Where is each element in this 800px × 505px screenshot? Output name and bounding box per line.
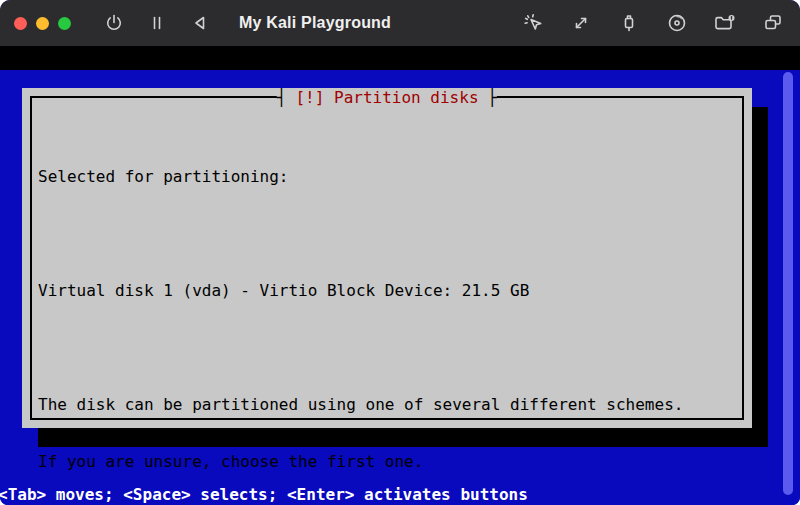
resize-icon[interactable] — [568, 10, 594, 36]
disc-icon[interactable] — [664, 10, 690, 36]
title-connector-left: ┤ — [277, 88, 287, 107]
dialog-title: ┤[!] Partition disks├ — [277, 88, 497, 107]
dialog-title-text: [!] Partition disks — [286, 88, 487, 107]
traffic-lights — [14, 17, 71, 30]
partition-disks-dialog: ┤[!] Partition disks├ Selected for parti… — [22, 88, 752, 428]
zoom-button[interactable] — [58, 17, 71, 30]
titlebar: My Kali Playground — [0, 0, 800, 46]
disk-info: Virtual disk 1 (vda) - Virtio Block Devi… — [38, 281, 740, 300]
power-icon[interactable] — [101, 10, 127, 36]
dialog-content: Selected for partitioning: Virtual disk … — [38, 129, 740, 505]
back-triangle-icon[interactable] — [187, 10, 213, 36]
usb-icon[interactable] — [616, 10, 642, 36]
shared-folder-icon[interactable] — [712, 10, 738, 36]
pause-icon[interactable] — [144, 10, 170, 36]
window-title: My Kali Playground — [239, 14, 391, 32]
vm-toolbar — [520, 10, 786, 36]
display-windows-icon[interactable] — [760, 10, 786, 36]
close-button[interactable] — [14, 17, 27, 30]
vm-window: My Kali Playground — [0, 0, 800, 505]
scrollbar-thumb[interactable] — [783, 72, 793, 495]
pointer-capture-icon[interactable] — [520, 10, 546, 36]
scheme-info-line1: The disk can be partitioned using one of… — [38, 395, 740, 414]
scheme-info-line2: If you are unsure, choose the first one. — [38, 452, 740, 471]
installer-screen: ┤[!] Partition disks├ Selected for parti… — [0, 70, 800, 505]
selected-heading: Selected for partitioning: — [38, 167, 740, 186]
title-connector-right: ├ — [488, 88, 498, 107]
vm-control-buttons — [101, 10, 213, 36]
multiplexer-statusbar: [ (1*installer) 2 shell 3 shell 4- log ]… — [0, 46, 800, 70]
minimize-button[interactable] — [36, 17, 49, 30]
